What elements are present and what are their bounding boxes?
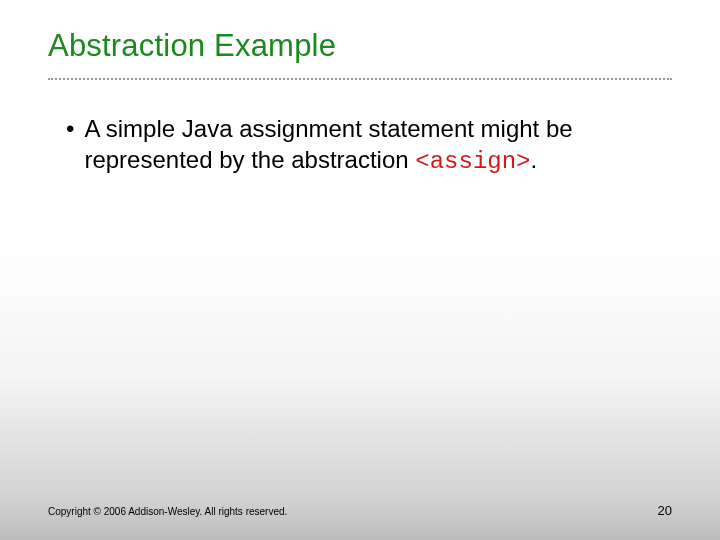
bullet-item: • A simple Java assignment statement mig… [66,114,672,177]
footer: Copyright © 2006 Addison-Wesley. All rig… [48,503,672,518]
bullet-code: <assign> [415,148,530,175]
slide: Abstraction Example • A simple Java assi… [0,0,720,540]
bullet-text-after: . [531,146,538,173]
bullet-marker-icon: • [66,114,74,145]
title-divider [48,78,672,80]
content-area: • A simple Java assignment statement mig… [48,114,672,177]
copyright-text: Copyright © 2006 Addison-Wesley. All rig… [48,506,287,517]
page-number: 20 [658,503,672,518]
bullet-text: A simple Java assignment statement might… [84,114,672,177]
slide-title: Abstraction Example [48,28,672,64]
